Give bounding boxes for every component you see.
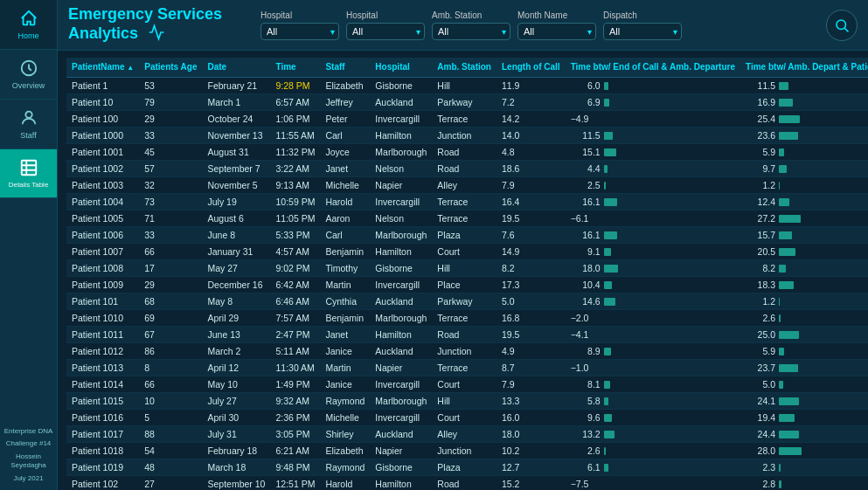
title-line2: Analytics	[68, 24, 138, 42]
table-cell: 45	[139, 144, 202, 161]
table-cell: 11:32 PM	[270, 144, 320, 161]
table-cell: 10.4	[566, 277, 740, 293]
table-cell: Marlborough	[370, 144, 432, 161]
filter-dispatch: Dispatch All	[603, 10, 682, 40]
filter-hospital-1-select[interactable]: All	[260, 23, 339, 40]
table-cell: March 2	[202, 343, 270, 360]
table-cell: Road	[432, 476, 496, 490]
table-cell: Court	[432, 410, 496, 426]
sidebar-item-staff[interactable]: Staff	[0, 100, 57, 149]
table-cell: 4.9	[496, 343, 566, 360]
filter-hospital-2-wrapper: All	[346, 23, 425, 40]
table-cell: Michelle	[320, 177, 370, 194]
table-row: Patient 10168May 86:46 AMCynthiaAuckland…	[66, 293, 868, 310]
table-cell: Patient 10	[66, 94, 139, 111]
table-cell: 24.4	[740, 426, 868, 443]
table-cell: 10	[139, 393, 202, 410]
table-cell: 15.2	[496, 476, 566, 490]
table-cell: 79	[139, 94, 202, 111]
table-row: Patient 10029October 241:06 PMPeterInver…	[66, 111, 868, 128]
table-cell: Patient 1010	[66, 310, 139, 327]
table-cell: September 7	[202, 161, 270, 177]
table-cell: February 18	[202, 443, 270, 459]
table-row: Patient 100571August 611:05 PMAaronNelso…	[66, 210, 868, 227]
table-cell: Alley	[432, 177, 496, 194]
filter-month-select[interactable]: All	[517, 23, 596, 40]
table-cell: Parkway	[432, 94, 496, 111]
filter-amb-station: Amb. Station All	[432, 10, 510, 40]
table-container[interactable]: PatientName ▲ Patients Age Date Time Sta…	[58, 51, 868, 490]
table-cell: Patient 1015	[66, 393, 139, 410]
table-cell: 54	[139, 443, 202, 459]
table-cell: Shirley	[320, 426, 370, 443]
table-cell: April 29	[202, 310, 270, 327]
table-cell: June 13	[202, 327, 270, 343]
table-cell: 24.1	[740, 393, 868, 410]
table-cell: Patient 102	[66, 476, 139, 490]
sidebar-item-home[interactable]: Home	[0, 0, 57, 50]
table-cell: Gisborne	[370, 459, 432, 476]
table-cell: Auckland	[370, 343, 432, 360]
sidebar-item-overview[interactable]: Overview	[0, 50, 57, 100]
table-cell: January 31	[202, 244, 270, 260]
table-cell: August 31	[202, 144, 270, 161]
table-row: Patient 153February 219:28 PMElizabethGi…	[66, 78, 868, 94]
svg-point-1	[25, 112, 31, 118]
table-cell: 6.0	[566, 78, 740, 94]
sidebar-item-details-table[interactable]: Details Table	[0, 149, 57, 198]
table-cell: Patient 1014	[66, 376, 139, 393]
table-cell: 66	[139, 376, 202, 393]
table-cell: 6:46 AM	[270, 293, 320, 310]
table-cell: Patient 100	[66, 111, 139, 128]
table-cell: 9:32 AM	[270, 393, 320, 410]
col-time-end-call-amb: Time btw/ End of Call & Amb. Departure	[566, 58, 740, 78]
table-cell: Auckland	[370, 94, 432, 111]
table-cell: 8	[139, 360, 202, 376]
staff-label: Staff	[20, 131, 36, 140]
table-cell: 14.6	[566, 293, 740, 310]
table-cell: 5.0	[496, 293, 566, 310]
table-cell: 7.9	[496, 177, 566, 194]
search-button[interactable]	[826, 10, 858, 41]
table-cell: Patient 1000	[66, 128, 139, 144]
table-cell: 6:21 AM	[270, 443, 320, 459]
table-cell: 6:57 AM	[270, 94, 320, 111]
filter-amb-select[interactable]: All	[432, 23, 510, 40]
filter-dispatch-select[interactable]: All	[603, 23, 682, 40]
table-cell: Patient 1005	[66, 210, 139, 227]
table-cell: 7.2	[496, 94, 566, 111]
filters-bar: Hospital All Hospital All Amb. Station	[260, 10, 858, 41]
table-cell: Alley	[432, 426, 496, 443]
table-cell: 5:33 PM	[270, 227, 320, 244]
table-cell: May 27	[202, 260, 270, 277]
table-cell: 2.3	[740, 459, 868, 476]
filter-hospital-2: Hospital All	[346, 10, 425, 40]
home-label: Home	[17, 31, 38, 40]
date-label: July 2021	[13, 474, 43, 483]
table-cell: Patient 1017	[66, 426, 139, 443]
filter-hospital-2-select[interactable]: All	[346, 23, 425, 40]
filter-month-name: Month Name All	[517, 10, 596, 40]
table-cell: Invercargill	[370, 410, 432, 426]
table-cell: Plaza	[432, 227, 496, 244]
table-cell: 16.0	[496, 410, 566, 426]
challenge-label: Challenge #14	[6, 439, 52, 448]
table-header-row: PatientName ▲ Patients Age Date Time Sta…	[66, 58, 868, 78]
svg-line-4	[844, 28, 848, 31]
table-cell: Hill	[432, 393, 496, 410]
table-cell: Terrace	[432, 360, 496, 376]
table-cell: Timothy	[320, 260, 370, 277]
table-cell: 11.5	[740, 78, 868, 94]
svg-rect-2	[21, 161, 36, 176]
table-cell: 5:11 AM	[270, 343, 320, 360]
table-cell: 2.6	[740, 310, 868, 327]
table-cell: Marlborough	[370, 310, 432, 327]
table-cell: Napier	[370, 360, 432, 376]
col-date: Date	[202, 58, 270, 78]
table-cell: 12:51 PM	[270, 476, 320, 490]
table-cell: 19.4	[740, 410, 868, 426]
table-cell: 32	[139, 177, 202, 194]
table-row: Patient 100766January 314:57 AMBenjaminH…	[66, 244, 868, 260]
overview-icon	[19, 59, 38, 78]
table-cell: −2.0	[566, 310, 740, 327]
